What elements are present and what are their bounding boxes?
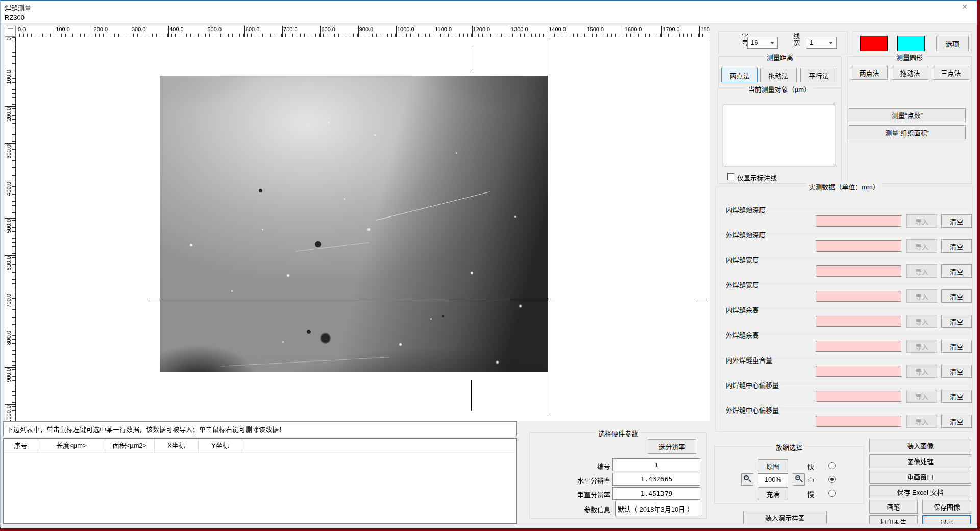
import-button[interactable]: 导入 (906, 415, 937, 428)
annotation-only-checkbox[interactable] (727, 173, 734, 180)
measured-value-input[interactable] (816, 291, 901, 302)
speed-radio[interactable] (828, 476, 836, 483)
measured-value-input[interactable] (816, 316, 901, 327)
clear-button[interactable]: 清空 (941, 239, 972, 253)
clear-button[interactable]: 清空 (941, 340, 972, 353)
hw-info-field[interactable] (615, 501, 702, 516)
ruler-label: 800.0 (6, 331, 12, 345)
import-button[interactable]: 导入 (906, 315, 937, 328)
import-button[interactable]: 导入 (906, 239, 937, 253)
original-size-button[interactable]: 原图 (758, 459, 788, 472)
font-size-value: 16 (751, 39, 758, 46)
fit-button[interactable]: 充满 (758, 487, 788, 500)
circle-drag-button[interactable]: 拖动法 (892, 66, 928, 80)
v-ruler: 0.0100.0200.0300.0400.0500.0600.0700.080… (5, 37, 16, 421)
clear-button[interactable]: 清空 (941, 365, 972, 378)
circle-two-point-button[interactable]: 两点法 (851, 66, 888, 80)
zoom-out-icon[interactable]: − (793, 473, 805, 486)
hw-vres-field[interactable] (612, 487, 700, 500)
style-settings-group: 字号 16 线宽 1 (718, 31, 848, 54)
column-header-area[interactable]: 面积<µm2> (105, 439, 155, 452)
measured-value-input[interactable] (816, 416, 901, 427)
primary-color-swatch[interactable] (860, 36, 888, 51)
pore-hole (315, 241, 321, 247)
scratch-mark (221, 357, 389, 366)
column-header-length[interactable]: 长度<µm> (38, 439, 105, 452)
chevron-down-icon (829, 42, 833, 44)
image-processing-button[interactable]: 图像处理 (869, 454, 971, 468)
line-width-select[interactable]: 1 (806, 37, 837, 49)
distance-drag-button[interactable]: 拖动法 (760, 68, 797, 82)
select-resolution-button[interactable]: 选分辨率 (648, 439, 696, 454)
measured-row: 外焊缝中心偏移量 导入 清空 (720, 409, 970, 433)
import-button[interactable]: 导入 (906, 390, 937, 403)
clear-button[interactable]: 清空 (941, 264, 972, 278)
chevron-down-icon (770, 42, 774, 44)
ruler-major-tick (548, 26, 548, 37)
line-width-label: 线宽 (792, 33, 799, 47)
data-table[interactable]: 序号 长度<µm> 面积<µm2> X坐标 Y坐标 (3, 438, 517, 524)
save-excel-button[interactable]: 保存 Excel 文档 (869, 485, 971, 498)
import-button[interactable]: 导入 (906, 214, 937, 228)
ruler-major-tick (55, 26, 55, 37)
load-image-button[interactable]: 装入图像 (869, 439, 971, 452)
measurement-canvas[interactable] (16, 37, 710, 421)
crosshair-bottom-dash (471, 380, 472, 411)
load-demo-image-button[interactable]: 装入演示样图 (743, 511, 827, 524)
clear-button[interactable]: 清空 (941, 415, 972, 428)
measured-value-input[interactable] (816, 366, 901, 377)
pen-button[interactable]: 画笔 (869, 500, 918, 514)
import-button[interactable]: 导入 (906, 289, 937, 303)
import-button[interactable]: 导入 (906, 264, 937, 278)
menu-item-rz300[interactable]: RZ300 (5, 14, 24, 21)
measure-circle-group: 测量圆形 两点法 拖动法 三点法 测量“点数” 测量“组织面积” (847, 56, 972, 184)
measured-value-input[interactable] (816, 266, 901, 277)
redraw-window-button[interactable]: 重画窗口 (869, 470, 971, 484)
measured-row-label: 内焊缝余高 (724, 305, 761, 315)
measure-distance-title: 测量距离 (764, 52, 796, 62)
save-image-button[interactable]: 保存图像 (922, 500, 971, 514)
distance-parallel-button[interactable]: 平行法 (800, 68, 837, 82)
close-icon[interactable]: ✕ (954, 2, 975, 12)
column-header-y[interactable]: Y坐标 (199, 439, 242, 452)
distance-two-point-button[interactable]: 两点法 (721, 68, 758, 82)
measured-value-input[interactable] (816, 215, 901, 227)
zoom-in-icon[interactable]: + (741, 473, 753, 486)
hardware-params-group: 选择硬件参数 选分辨率 编号 水平分辨率 垂直分辨率 参数信息 (529, 432, 707, 519)
speed-radio[interactable] (828, 490, 836, 497)
options-button[interactable]: 选项 (936, 36, 969, 51)
ruler-major-tick (5, 255, 16, 256)
h-ruler: 0.0100.0200.0300.0400.0500.0600.0700.080… (16, 26, 710, 37)
import-button[interactable]: 导入 (906, 365, 937, 378)
zoom-percent-field[interactable] (758, 473, 788, 486)
ruler-label: 300.0 (6, 144, 12, 159)
circle-three-point-button[interactable]: 三点法 (933, 66, 969, 80)
clear-button[interactable]: 清空 (941, 214, 972, 228)
measured-data-title: 实测数据（单位：mm） (806, 182, 882, 191)
app-window: 焊缝测量 ✕ RZ300 0.0100.0200.0300.0400.0500.… (0, 0, 977, 527)
speed-radio[interactable] (828, 462, 836, 469)
secondary-color-swatch[interactable] (897, 36, 925, 51)
measured-value-input[interactable] (816, 341, 901, 352)
page-icon (8, 28, 13, 35)
pore-hole (307, 330, 311, 334)
measured-data-group: 实测数据（单位：mm） 内焊缝熔深度 导入 清空 外焊缝熔深度 导入 清空 内焊… (715, 186, 973, 432)
ruler-label: 400.0 (169, 26, 184, 32)
measured-value-input[interactable] (816, 391, 901, 402)
ruler-label: 300.0 (132, 26, 146, 32)
ruler-major-tick (5, 181, 16, 181)
import-button[interactable]: 导入 (906, 340, 937, 353)
column-header-index[interactable]: 序号 (4, 439, 38, 452)
measure-points-button[interactable]: 测量“点数” (849, 108, 966, 122)
measure-area-button[interactable]: 测量“组织面积” (849, 125, 966, 139)
hw-hres-field[interactable] (612, 473, 700, 486)
weld-specimen-image (160, 76, 548, 372)
hw-number-field[interactable] (612, 458, 700, 471)
column-header-x[interactable]: X坐标 (155, 439, 199, 452)
font-size-select[interactable]: 16 (747, 37, 778, 49)
clear-button[interactable]: 清空 (941, 390, 972, 403)
clear-button[interactable]: 清空 (941, 289, 972, 303)
clear-button[interactable]: 清空 (941, 315, 972, 328)
current-object-title: 当前测量对象（µm） (746, 84, 813, 94)
measured-value-input[interactable] (816, 240, 901, 252)
